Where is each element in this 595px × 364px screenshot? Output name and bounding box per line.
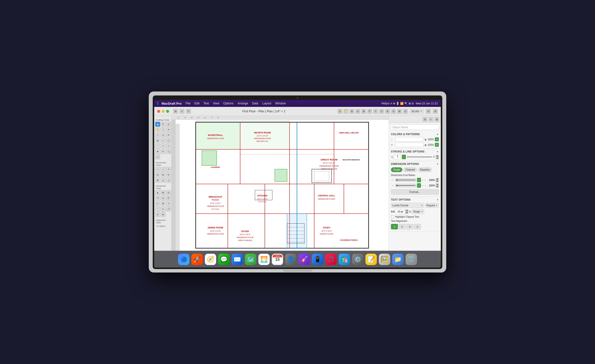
dim-tri-tool[interactable]: ⊿ [161, 178, 166, 183]
stroke-down-button[interactable]: ▼ [436, 157, 439, 159]
dock-instruments[interactable]: 🎸 [298, 254, 310, 265]
dock-finder[interactable]: 🔵 [178, 254, 189, 265]
undo-icon[interactable]: ↩ [179, 109, 184, 114]
menu-options[interactable]: Options [223, 102, 234, 105]
stroke-color-swatch[interactable] [395, 143, 423, 147]
dock-contacts[interactable]: 👤 [285, 254, 297, 265]
adv-copy-tool[interactable]: ⊓ [155, 196, 160, 201]
window-icon[interactable]: ⊟ [391, 109, 396, 114]
minimize-button[interactable] [162, 110, 165, 113]
adv-join-tool[interactable]: ⊕ [161, 201, 166, 206]
align-justify-button[interactable]: ≡ [414, 224, 421, 229]
adv-group-tool[interactable]: ⊞ [161, 190, 166, 195]
layers-tab-icon[interactable]: ≡ [428, 117, 433, 122]
stroke-up-button[interactable]: ▲ [436, 155, 439, 157]
line-tool[interactable]: / [161, 127, 166, 132]
table-icon[interactable]: ⊡ [403, 109, 408, 114]
menu-view[interactable]: View [213, 102, 219, 105]
dim-radius-tool[interactable]: ⊕ [161, 172, 166, 177]
font-style-selector[interactable]: Regular ▼ [425, 203, 439, 208]
single-dim-button[interactable]: Single [391, 167, 402, 172]
floorplan[interactable]: BASKETBALL HARDWOOD FLOOR HEARTH ROOM 12… [176, 120, 389, 251]
adv-cut-tool[interactable]: ✂ [155, 201, 160, 206]
adv-sym-tool[interactable]: ⊙ [155, 212, 160, 217]
arrow2-up-button[interactable]: ▲ [436, 183, 439, 185]
dim-chain-tool[interactable]: ⊞ [155, 178, 160, 183]
symbols-tab-icon[interactable]: ⊠ [434, 117, 439, 122]
arrow2-stepper[interactable]: ▲ ▼ [436, 183, 439, 188]
adv-paste-tool[interactable]: ⊔ [161, 196, 166, 201]
arc-tool[interactable]: ⌒ [155, 144, 160, 149]
dock-calendar[interactable]: JUN 15 [272, 254, 283, 265]
dim-delta-tool[interactable]: △ [166, 178, 171, 183]
align-center-button[interactable]: ≡ [399, 224, 406, 229]
select-tool[interactable]: ▲ [155, 122, 160, 127]
stroke-stepper[interactable]: ▲ ▼ [436, 155, 439, 159]
xline-tool[interactable]: ✕ [166, 127, 171, 132]
text-tool[interactable]: A [161, 133, 166, 138]
grid-icon[interactable]: ⊠ [361, 109, 366, 114]
dock-settings[interactable]: ⚙️ [352, 254, 363, 265]
adv-spline-tool[interactable]: ∿ [161, 207, 166, 212]
arrow1-confirm-button[interactable]: ✓ [417, 178, 421, 182]
adv-select-tool[interactable]: ▲ [155, 190, 160, 195]
adv-fillet-tool[interactable]: ⌒ [155, 207, 160, 212]
open-icon[interactable]: 📂 [343, 109, 348, 114]
sidebar-toggle-icon[interactable]: ⊞ [173, 109, 178, 114]
menu-text[interactable]: Text [204, 102, 209, 105]
baseline-dim-button[interactable]: Baseline [418, 167, 432, 172]
align-left-button[interactable]: ≡ [391, 224, 398, 229]
angle-tool[interactable]: ∠ [166, 122, 171, 127]
paste-icon[interactable]: ⊟ [355, 109, 360, 114]
arrow1-down-button[interactable]: ▼ [436, 180, 439, 182]
dock-trash[interactable]: 🗑️ [406, 254, 417, 265]
menu-layout[interactable]: Layout [262, 102, 271, 105]
apple-menu-icon[interactable]:  [157, 101, 159, 106]
snap-icon[interactable]: ∇ [367, 109, 372, 114]
maximize-button[interactable] [166, 110, 169, 113]
realscale-tool[interactable]: 1:1 [155, 154, 160, 159]
adv-link-tool[interactable]: 🔗 [166, 207, 171, 212]
dock-appstore[interactable]: 📱 [312, 254, 323, 265]
close-button[interactable] [157, 110, 160, 113]
dim-v-tool[interactable]: ↕ [161, 167, 166, 172]
fullscreen-icon[interactable]: ⊟ [426, 109, 431, 114]
stair-icon[interactable]: ⊠ [397, 109, 402, 114]
size-up-button[interactable]: ▲ [405, 210, 408, 212]
dock-maps[interactable]: 🗺️ [245, 254, 256, 265]
properties-tab-icon[interactable]: ⊞ [422, 117, 427, 122]
line-spacing-selector[interactable]: Single ▼ [412, 209, 424, 214]
stroke-color-add-button[interactable]: + [435, 143, 439, 147]
redo-icon[interactable]: ↻ [186, 109, 191, 114]
stroke-width-confirm-button[interactable]: ✓ [402, 155, 406, 159]
arrow-style-2[interactable] [395, 184, 416, 187]
arrow-style-1[interactable] [395, 178, 416, 182]
share-icon[interactable]: ⊡ [337, 109, 342, 114]
dock-music[interactable]: 🎵 [325, 254, 337, 265]
stroke-line-header[interactable]: STROKE & LINE OPTIONS ▼ [389, 149, 441, 154]
hand-tool[interactable]: ✋ [155, 127, 160, 132]
dock-mail[interactable]: ✉️ [232, 254, 243, 265]
dimension-header[interactable]: DIMENSION OPTIONS ▼ [389, 161, 441, 166]
arrow2-down-button[interactable]: ▼ [436, 186, 439, 188]
copy-icon[interactable]: ⊞ [349, 109, 354, 114]
floorplan-svg[interactable]: BASKETBALL HARDWOOD FLOOR HEARTH ROOM 12… [176, 120, 389, 251]
dock-messages[interactable]: 💬 [218, 254, 230, 265]
arrow1-stepper[interactable]: ▲ ▼ [436, 178, 439, 182]
colors-patterns-header[interactable]: COLORS & PATTERNS ▼ [389, 131, 441, 137]
rect-tool[interactable]: □ [155, 133, 160, 138]
node-tool[interactable]: • [166, 144, 171, 149]
dock-appstore2[interactable]: 🛍️ [339, 254, 350, 265]
menu-help[interactable]: Help [381, 102, 387, 105]
zoom-tool[interactable]: 🔍 [166, 149, 171, 154]
menu-data[interactable]: Data [252, 102, 258, 105]
layer-icon[interactable]: ≡ [373, 109, 378, 114]
font-size-input[interactable]: 10 pt [396, 209, 405, 214]
polygon-tool[interactable]: ⬡ [166, 138, 171, 143]
menu-arrange[interactable]: Arrange [238, 102, 248, 105]
text-options-header[interactable]: TEXT OPTIONS ▼ [389, 197, 441, 202]
sidebar-right-icon[interactable]: ⊞ [433, 109, 438, 114]
circle-tool[interactable]: ○ [161, 138, 166, 143]
dock-safari[interactable]: 🧭 [205, 254, 216, 265]
adv-ungroup-tool[interactable]: ⊡ [166, 190, 171, 195]
